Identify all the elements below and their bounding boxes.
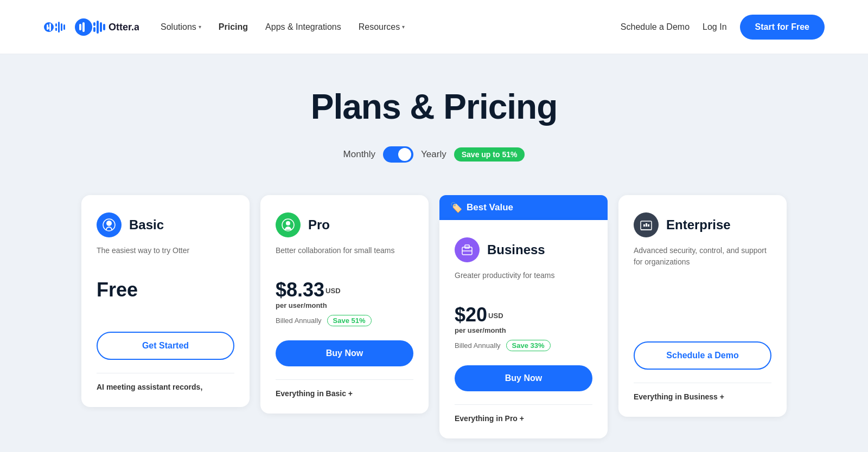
pricing-card-basic: Basic The easiest way to try Otter Free … <box>81 195 250 407</box>
nav-solutions[interactable]: Solutions ▾ <box>161 22 201 32</box>
svg-point-22 <box>286 221 290 225</box>
plan-header-enterprise: Enterprise <box>634 212 771 237</box>
svg-rect-24 <box>465 245 469 248</box>
svg-rect-15 <box>97 21 99 34</box>
pricing-card-pro: Pro Better collaboration for small teams… <box>260 195 429 414</box>
plan-desc-enterprise: Advanced security, control, and support … <box>634 245 771 268</box>
plan-price-pro: $8.33USDper user/month <box>276 279 413 310</box>
svg-point-19 <box>106 221 112 226</box>
pricing-cards: Basic The easiest way to try Otter Free … <box>81 195 787 438</box>
features-label-basic: AI meeting assistant records, <box>97 383 202 391</box>
price-amount-business: $20 <box>455 304 487 326</box>
nav-pricing[interactable]: Pricing <box>219 22 248 32</box>
nav-resources[interactable]: Resources ▾ <box>359 22 405 32</box>
plan-icon-enterprise <box>634 212 659 237</box>
billed-row-pro: Billed Annually Save 51% <box>276 313 413 328</box>
divider-basic <box>97 373 234 373</box>
features-label-pro: Everything in Basic + <box>276 389 353 398</box>
plan-header-basic: Basic <box>97 212 234 237</box>
card-enterprise: Enterprise Advanced security, control, a… <box>618 195 787 417</box>
main-content: Plans & Pricing Monthly Yearly Save up t… <box>0 54 868 452</box>
billed-row-basic <box>97 305 234 320</box>
svg-rect-4 <box>55 28 57 31</box>
price-amount-pro: $8.33 <box>276 279 324 301</box>
plan-name-business: Business <box>487 242 545 257</box>
save-badge-business: Save 33% <box>506 340 551 351</box>
plan-desc-basic: The easiest way to try Otter <box>97 245 234 268</box>
svg-rect-12 <box>82 22 85 32</box>
features-label-enterprise: Everything in Business + <box>634 392 724 401</box>
svg-rect-27 <box>643 224 645 227</box>
features-label-business: Everything in Pro + <box>455 414 524 423</box>
plan-header-pro: Pro <box>276 212 413 237</box>
chevron-icon: ▾ <box>199 24 201 30</box>
navbar-right: Schedule a Demo Log In Start for Free <box>621 15 825 40</box>
tag-icon: 🏷️ <box>450 202 462 214</box>
plan-header-business: Business <box>455 237 592 262</box>
plan-price-business: $20USDper user/month <box>455 304 592 335</box>
get-started-button[interactable]: Get Started <box>97 332 234 360</box>
svg-rect-3 <box>55 23 57 27</box>
plan-name-pro: Pro <box>308 217 330 233</box>
navbar: ● Otter.ai Solutions ▾ Pricing <box>0 0 868 54</box>
plan-desc-business: Greater productivity for teams <box>455 270 592 293</box>
pricing-card-enterprise: Enterprise Advanced security, control, a… <box>618 195 787 417</box>
monthly-label: Monthly <box>343 149 376 160</box>
svg-text:Otter.ai: Otter.ai <box>108 22 139 33</box>
best-value-banner: 🏷️ Best Value <box>439 195 608 220</box>
nav-links: Solutions ▾ Pricing Apps & Integrations … <box>161 22 405 32</box>
plan-name-basic: Basic <box>129 217 164 233</box>
svg-rect-13 <box>93 22 95 26</box>
svg-rect-17 <box>103 24 105 30</box>
card-business: 🏷️ Best Value Business Greater productiv… <box>439 195 608 438</box>
card-basic: Basic The easiest way to try Otter Free … <box>81 195 250 407</box>
plan-icon-business <box>455 237 480 262</box>
svg-text:●: ● <box>46 24 50 31</box>
svg-rect-28 <box>646 223 647 227</box>
save-badge-pro: Save 51% <box>327 315 372 326</box>
plan-desc-pro: Better collaboration for small teams <box>276 245 413 268</box>
divider-business <box>455 404 592 405</box>
login-button[interactable]: Log In <box>703 22 726 32</box>
plan-price-basic: Free <box>97 279 234 301</box>
billing-toggle: Monthly Yearly Save up to 51% <box>343 146 525 163</box>
pricing-card-business: Business Greater productivity for teams … <box>439 220 608 438</box>
start-free-button[interactable]: Start for Free <box>740 15 825 40</box>
billing-toggle-switch[interactable] <box>383 146 413 163</box>
plan-icon-pro <box>276 212 301 237</box>
schedule-demo-button-enterprise[interactable]: Schedule a Demo <box>634 341 771 370</box>
svg-rect-5 <box>58 22 60 33</box>
nav-apps[interactable]: Apps & Integrations <box>265 22 341 32</box>
plan-price-enterprise <box>634 279 771 311</box>
yearly-label: Yearly <box>421 149 446 160</box>
schedule-demo-link[interactable]: Schedule a Demo <box>621 22 690 32</box>
navbar-left: ● Otter.ai Solutions ▾ Pricing <box>43 17 405 37</box>
save-badge: Save up to 51% <box>454 147 525 162</box>
plan-icon-basic <box>97 212 122 237</box>
billed-row-enterprise <box>634 314 771 330</box>
buy-now-button-pro[interactable]: Buy Now <box>276 340 413 366</box>
logo[interactable]: ● Otter.ai <box>43 17 139 37</box>
plan-name-enterprise: Enterprise <box>666 217 731 233</box>
billed-row-business: Billed Annually Save 33% <box>455 338 592 353</box>
svg-rect-7 <box>63 24 65 30</box>
best-value-label: Best Value <box>467 202 513 213</box>
page-title: Plans & Pricing <box>311 87 557 127</box>
svg-rect-29 <box>648 224 649 227</box>
svg-rect-14 <box>93 27 95 32</box>
card-pro: Pro Better collaboration for small teams… <box>260 195 429 414</box>
chevron-icon: ▾ <box>402 24 405 30</box>
price-free: Free <box>97 279 138 301</box>
svg-rect-16 <box>100 22 102 32</box>
buy-now-button-business[interactable]: Buy Now <box>455 365 592 391</box>
divider-pro <box>276 379 413 380</box>
svg-rect-11 <box>79 24 81 30</box>
divider-enterprise <box>634 383 771 383</box>
svg-rect-6 <box>61 23 62 31</box>
